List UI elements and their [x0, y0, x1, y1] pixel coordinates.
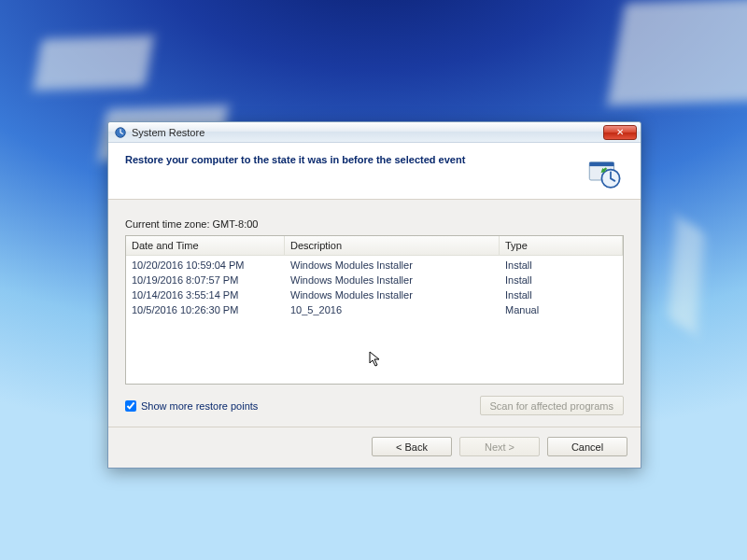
col-header-datetime[interactable]: Date and Time	[126, 236, 285, 255]
restore-icon	[114, 126, 127, 139]
table-row[interactable]: 10/14/2016 3:55:14 PM Windows Modules In…	[126, 287, 623, 302]
wizard-header: Restore your computer to the state it wa…	[108, 143, 641, 200]
table-row[interactable]: 10/5/2016 10:26:30 PM 10_5_2016 Manual	[126, 302, 623, 317]
col-header-type[interactable]: Type	[500, 236, 623, 255]
headline: Restore your computer to the state it wa…	[125, 154, 575, 165]
scan-affected-button: Scan for affected programs	[480, 396, 624, 415]
list-header: Date and Time Description Type	[126, 236, 623, 256]
close-icon: ✕	[616, 128, 624, 137]
timezone-label: Current time zone: GMT-8:00	[125, 218, 624, 230]
wizard-footer: < Back Next > Cancel	[108, 427, 641, 468]
system-restore-window: System Restore ✕ Restore your computer t…	[107, 121, 641, 469]
col-header-description[interactable]: Description	[285, 236, 500, 255]
show-more-label: Show more restore points	[141, 400, 258, 412]
table-row[interactable]: 10/19/2016 8:07:57 PM Windows Modules In…	[126, 273, 623, 287]
cancel-button[interactable]: Cancel	[547, 437, 627, 456]
show-more-checkbox[interactable]: Show more restore points	[125, 400, 258, 412]
restore-points-list[interactable]: Date and Time Description Type 10/20/201…	[125, 235, 624, 385]
titlebar[interactable]: System Restore ✕	[108, 122, 641, 143]
svg-rect-2	[589, 162, 613, 166]
back-button[interactable]: < Back	[372, 437, 452, 456]
show-more-checkbox-input[interactable]	[125, 400, 136, 412]
list-rows: 10/20/2016 10:59:04 PM Windows Modules I…	[126, 256, 623, 317]
close-button[interactable]: ✕	[603, 125, 637, 140]
next-button: Next >	[459, 437, 540, 456]
system-restore-icon	[585, 154, 624, 193]
table-row[interactable]: 10/20/2016 10:59:04 PM Windows Modules I…	[126, 258, 623, 273]
window-title: System Restore	[132, 127, 599, 138]
